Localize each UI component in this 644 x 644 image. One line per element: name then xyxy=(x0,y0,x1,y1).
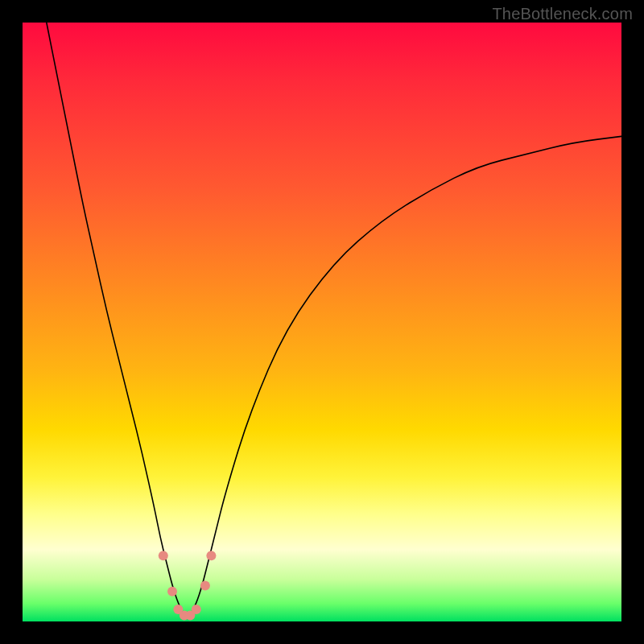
trough-marker xyxy=(200,580,210,590)
plot-area xyxy=(23,23,621,621)
trough-marker xyxy=(159,551,168,560)
trough-markers xyxy=(159,551,217,620)
trough-marker xyxy=(206,551,216,560)
chart-frame: TheBottleneck.com xyxy=(0,0,644,644)
trough-marker xyxy=(167,587,177,597)
trough-marker xyxy=(192,605,201,614)
curve-path xyxy=(47,23,621,616)
watermark: TheBottleneck.com xyxy=(492,5,633,23)
bottleneck-curve xyxy=(23,23,621,621)
